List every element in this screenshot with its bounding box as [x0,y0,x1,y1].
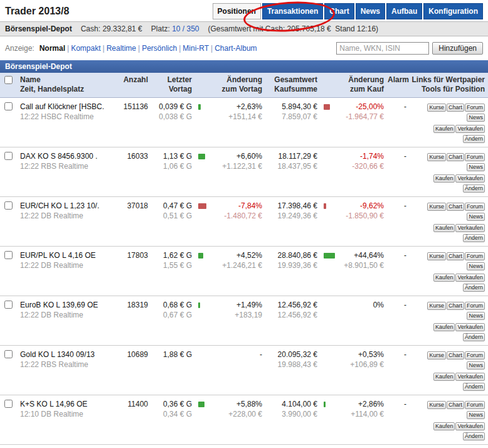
view-option-kompakt[interactable]: Kompakt [71,44,100,53]
tab-konfiguration[interactable]: Konfiguration [423,3,483,19]
wertpapier-links: KurseChartForumNews [410,102,485,122]
row-checkbox[interactable] [4,102,13,110]
action-forum[interactable]: Forum [465,302,485,310]
action-verkaufen[interactable]: Verkaufen [455,224,485,232]
tab-aufbau[interactable]: Aufbau [386,3,422,19]
action-forum[interactable]: Forum [465,252,485,260]
row-checkbox[interactable] [4,152,13,160]
search-input[interactable] [336,42,429,55]
position-name[interactable]: EuroB KO L 139,69 OE [20,300,110,310]
tab-news[interactable]: News [356,3,385,19]
action-news[interactable]: News [467,262,485,270]
action-chart[interactable]: Chart [447,401,464,409]
position-name[interactable]: Call auf Klöckner [HSBC. [20,102,110,112]
alarm-value: - [388,151,406,161]
action-forum[interactable]: Forum [465,401,485,409]
action-chart[interactable]: Chart [447,351,464,360]
position-name[interactable]: Gold KO L 1340 09/13 [20,349,110,360]
view-option-persönlich[interactable]: Persönlich [142,44,177,53]
position-time-exchange: 12:22 DB Realtime [20,310,110,320]
action-kurse[interactable]: Kurse [427,104,446,112]
action-ändern[interactable]: Ändern [463,234,485,242]
add-button[interactable]: Hinzufügen [432,42,483,55]
action-verkaufen[interactable]: Verkaufen [455,274,485,282]
select-all-checkbox[interactable] [4,76,13,84]
table-body: Call auf Klöckner [HSBC. 12:22 HSBC Real… [0,98,488,448]
change-vortag-cell: +5,88% +228,00 € [196,399,266,440]
action-ändern[interactable]: Ändern [463,184,485,193]
row-checkbox[interactable] [4,201,13,210]
action-kurse[interactable]: Kurse [427,401,446,409]
change-kauf-bar [324,253,335,259]
action-verkaufen[interactable]: Verkaufen [455,373,485,381]
view-option-chart-album[interactable]: Chart-Album [215,44,257,53]
col-zum-kauf: zum Kauf [321,85,384,94]
row-checkbox[interactable] [4,301,13,309]
platz-info: Platz: 10 / 350 [151,24,199,33]
action-kurse[interactable]: Kurse [427,203,446,211]
action-forum[interactable]: Forum [465,153,485,161]
action-kaufen[interactable]: Kaufen [433,274,455,282]
wertpapier-links: KurseChartForumNews [410,201,485,221]
action-forum[interactable]: Forum [465,104,485,112]
action-kaufen[interactable]: Kaufen [433,422,455,430]
view-option-realtime[interactable]: Realtime [107,44,136,53]
action-ändern[interactable]: Ändern [463,383,485,391]
row-links: KurseChartForumNews KaufenVerkaufenÄnder… [410,102,488,143]
action-chart[interactable]: Chart [447,203,464,211]
change-vortag-cell: +2,63% +151,14 € [196,102,266,143]
action-chart[interactable]: Chart [447,252,464,260]
row-checkbox[interactable] [4,350,13,358]
action-kaufen[interactable]: Kaufen [433,224,455,232]
action-news[interactable]: News [467,114,485,122]
change-vortag-abs: +183,19 [198,310,262,320]
change-kauf-cell: -1,74% -320,66 € [321,151,388,193]
view-option-normal[interactable]: Normal [40,44,65,53]
action-forum[interactable]: Forum [465,203,485,211]
action-forum[interactable]: Forum [465,351,485,360]
action-ändern[interactable]: Ändern [463,284,485,292]
action-news[interactable]: News [467,312,485,320]
action-verkaufen[interactable]: Verkaufen [455,125,485,133]
tab-chart[interactable]: Chart [324,3,354,19]
action-kaufen[interactable]: Kaufen [433,373,455,381]
position-name[interactable]: DAX KO S 8456.9300 . [20,151,110,161]
position-name[interactable]: K+S KO L 14,96 OE [20,399,110,409]
tab-positionen[interactable]: Positionen [213,3,261,19]
action-chart[interactable]: Chart [447,104,464,112]
action-kaufen[interactable]: Kaufen [433,323,455,331]
action-news[interactable]: News [467,411,485,419]
action-verkaufen[interactable]: Verkaufen [455,422,485,430]
action-kaufen[interactable]: Kaufen [433,125,455,133]
action-news[interactable]: News [467,163,485,171]
action-verkaufen[interactable]: Verkaufen [455,174,485,183]
action-chart[interactable]: Chart [447,302,464,310]
wertpapier-links: KurseChartForumNews [410,250,485,270]
action-ändern[interactable]: Ändern [463,135,485,143]
action-news[interactable]: News [467,213,485,221]
action-kurse[interactable]: Kurse [427,153,446,161]
row-checkbox[interactable] [4,400,13,408]
table-row: Optionsschein auf K+S . 11:54 Scoach (Fr… [0,445,488,448]
position-time-exchange: 12:22 DB Realtime [20,211,110,221]
change-kauf-abs: -320,66 € [324,161,384,171]
row-checkbox[interactable] [4,251,13,259]
action-news[interactable]: News [467,361,485,370]
action-kurse[interactable]: Kurse [427,302,446,310]
separator: | [179,44,181,53]
action-kurse[interactable]: Kurse [427,351,446,360]
action-ändern[interactable]: Ändern [463,333,485,341]
action-ändern[interactable]: Ändern [463,432,485,440]
kaufsumme-value: 12.456,92 € [266,310,317,320]
action-chart[interactable]: Chart [447,153,464,161]
change-vortag-pct: +4,52% [236,250,262,260]
action-verkaufen[interactable]: Verkaufen [455,323,485,331]
tab-transaktionen[interactable]: Transaktionen [262,3,323,19]
row-links: KurseChartForumNews KaufenVerkaufenÄnder… [410,399,488,440]
separator: | [103,44,105,53]
position-name[interactable]: EUR/CH KO L 1,23 10/. [20,201,110,211]
action-kurse[interactable]: Kurse [427,252,446,260]
position-name[interactable]: EUR/PL KO L 4,16 OE [20,250,110,260]
action-kaufen[interactable]: Kaufen [433,174,455,183]
view-option-mini-rt[interactable]: Mini-RT [183,44,209,53]
